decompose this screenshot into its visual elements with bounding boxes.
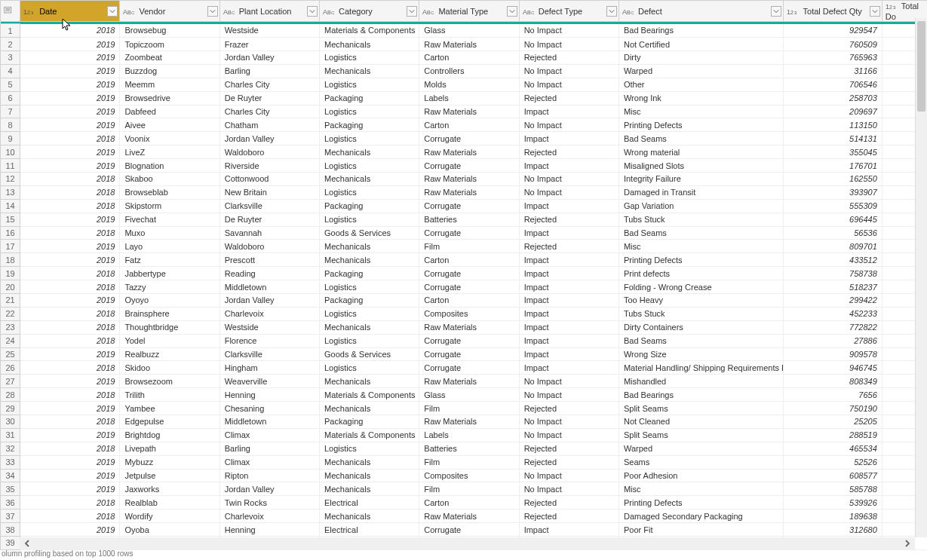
cell-material[interactable]: Raw Materials <box>419 38 519 51</box>
cell-defect[interactable]: Dirty Containers <box>619 320 784 334</box>
cell-date[interactable]: 2019 <box>20 159 120 173</box>
cell-defect-type[interactable]: Impact <box>519 361 619 375</box>
cell-category[interactable]: Logistics <box>320 185 419 199</box>
cell-material[interactable]: Carton <box>419 50 519 64</box>
cell-plant[interactable]: Weaverville <box>219 375 319 388</box>
cell-category[interactable]: Logistics <box>320 159 419 173</box>
cell-vendor[interactable]: Fatz <box>120 253 219 267</box>
row-number[interactable]: 12 <box>1 172 20 185</box>
row-number[interactable]: 17 <box>1 240 20 253</box>
cell-plant[interactable]: Jordan Valley <box>219 50 319 64</box>
cell-date[interactable]: 2019 <box>20 253 120 267</box>
cell-vendor[interactable]: Dabfeed <box>120 105 219 118</box>
cell-qty[interactable]: 539926 <box>784 496 882 510</box>
cell-defect-type[interactable]: No Impact <box>519 375 619 388</box>
select-all-corner[interactable] <box>1 1 20 22</box>
cell-material[interactable]: Carton <box>419 253 519 267</box>
cell-defect-type[interactable]: Rejected <box>519 496 619 510</box>
cell-vendor[interactable]: Muxo <box>120 226 219 240</box>
cell-vendor[interactable]: Skipstorm <box>120 199 219 213</box>
row-number[interactable]: 20 <box>1 280 20 294</box>
table-row[interactable]: 62019BrowsedriveDe RuyterPackagingLabels… <box>1 91 928 105</box>
cell-plant[interactable]: Reading <box>219 267 319 280</box>
cell-date[interactable]: 2019 <box>20 50 120 64</box>
cell-category[interactable]: Goods & Services <box>320 226 419 240</box>
row-number[interactable]: 13 <box>1 185 20 199</box>
cell-plant[interactable]: Charles City <box>219 78 319 91</box>
cell-date[interactable]: 2019 <box>20 64 120 78</box>
column-filter-dropdown[interactable] <box>307 6 318 17</box>
cell-defect[interactable]: Folding - Wrong Crease <box>619 280 784 294</box>
cell-defect[interactable]: Bad Seams <box>619 226 784 240</box>
cell-defect[interactable]: Split Seams <box>619 402 784 415</box>
cell-defect-type[interactable]: Impact <box>519 267 619 280</box>
cell-defect-type[interactable]: Impact <box>519 307 619 320</box>
cell-defect[interactable]: Misc <box>619 482 784 496</box>
cell-plant[interactable]: Prescott <box>219 253 319 267</box>
cell-defect-type[interactable]: No Impact <box>519 38 619 51</box>
cell-category[interactable]: Mechanicals <box>320 64 419 78</box>
cell-date[interactable]: 2018 <box>20 280 120 294</box>
cell-material[interactable]: Glass <box>419 24 519 38</box>
cell-defect-type[interactable]: No Impact <box>519 469 619 482</box>
cell-material[interactable]: Film <box>419 240 519 253</box>
cell-plant[interactable]: Riverside <box>219 159 319 173</box>
cell-defect-type[interactable]: Impact <box>519 199 619 213</box>
cell-defect-type[interactable]: Rejected <box>519 50 619 64</box>
row-number[interactable]: 14 <box>1 199 20 213</box>
cell-category[interactable]: Materials & Components <box>320 428 419 442</box>
cell-defect-type[interactable]: No Impact <box>519 172 619 185</box>
cell-defect[interactable]: Bad Bearings <box>619 24 784 38</box>
cell-date[interactable]: 2018 <box>20 307 120 320</box>
cell-material[interactable]: Corrugate <box>419 199 519 213</box>
table-row[interactable]: 102019LiveZWaldoboroMechanicalsRaw Mater… <box>1 145 928 159</box>
row-number[interactable]: 1 <box>1 24 20 38</box>
table-row[interactable]: 32019ZoombeatJordan ValleyLogisticsCarto… <box>1 50 928 64</box>
cell-defect-type[interactable]: Impact <box>519 320 619 334</box>
cell-material[interactable]: Raw Materials <box>419 172 519 185</box>
cell-defect[interactable]: Misaligned Slots <box>619 159 784 173</box>
cell-vendor[interactable]: Thoughtbridge <box>120 320 219 334</box>
cell-date[interactable]: 2019 <box>20 240 120 253</box>
row-number[interactable]: 29 <box>1 402 20 415</box>
cell-category[interactable]: Logistics <box>320 442 419 455</box>
cell-material[interactable]: Corrugate <box>419 334 519 347</box>
cell-vendor[interactable]: Zoombeat <box>120 50 219 64</box>
cell-category[interactable]: Mechanicals <box>320 455 419 469</box>
cell-material[interactable]: Corrugate <box>419 159 519 173</box>
cell-defect[interactable]: Wrong material <box>619 145 784 159</box>
row-number[interactable]: 26 <box>1 361 20 375</box>
row-number[interactable]: 25 <box>1 347 20 361</box>
column-header-defect[interactable]: ABC Defect <box>619 1 784 22</box>
cell-defect-type[interactable]: Rejected <box>519 442 619 455</box>
cell-vendor[interactable]: Brightdog <box>120 428 219 442</box>
cell-qty[interactable]: 706546 <box>784 78 882 91</box>
column-filter-dropdown[interactable] <box>771 6 781 17</box>
cell-date[interactable]: 2019 <box>20 294 120 308</box>
cell-defect-type[interactable]: Rejected <box>519 455 619 469</box>
cell-vendor[interactable]: Tazzy <box>120 280 219 294</box>
table-row[interactable]: 382019OyobaHenningElectricalCorrugateImp… <box>1 523 928 537</box>
cell-defect-type[interactable]: No Impact <box>519 415 619 429</box>
cell-material[interactable]: Glass <box>419 388 519 402</box>
cell-material[interactable]: Film <box>419 402 519 415</box>
cell-material[interactable]: Corrugate <box>419 523 519 537</box>
row-number[interactable]: 6 <box>1 91 20 105</box>
cell-vendor[interactable]: Browsebug <box>120 24 219 38</box>
row-number[interactable]: 39 <box>1 537 20 550</box>
cell-date[interactable]: 2018 <box>20 510 120 523</box>
cell-defect-type[interactable]: Impact <box>519 253 619 267</box>
cell-defect[interactable]: Split Seams <box>619 428 784 442</box>
cell-category[interactable]: Mechanicals <box>320 510 419 523</box>
cell-date[interactable]: 2018 <box>20 172 120 185</box>
table-row[interactable]: 332019MybuzzClimaxMechanicalsFilmRejecte… <box>1 455 928 469</box>
row-number[interactable]: 31 <box>1 428 20 442</box>
cell-vendor[interactable]: Jaxworks <box>120 482 219 496</box>
cell-defect[interactable]: Warped <box>619 442 784 455</box>
table-row[interactable]: 42019BuzzdogBarlingMechanicalsController… <box>1 64 928 78</box>
cell-material[interactable]: Carton <box>419 294 519 308</box>
cell-category[interactable]: Logistics <box>320 132 419 145</box>
cell-category[interactable]: Packaging <box>320 415 419 429</box>
cell-defect[interactable]: Dirty <box>619 50 784 64</box>
table-row[interactable]: 22019TopiczoomFrazerMechanicalsRaw Mater… <box>1 38 928 51</box>
